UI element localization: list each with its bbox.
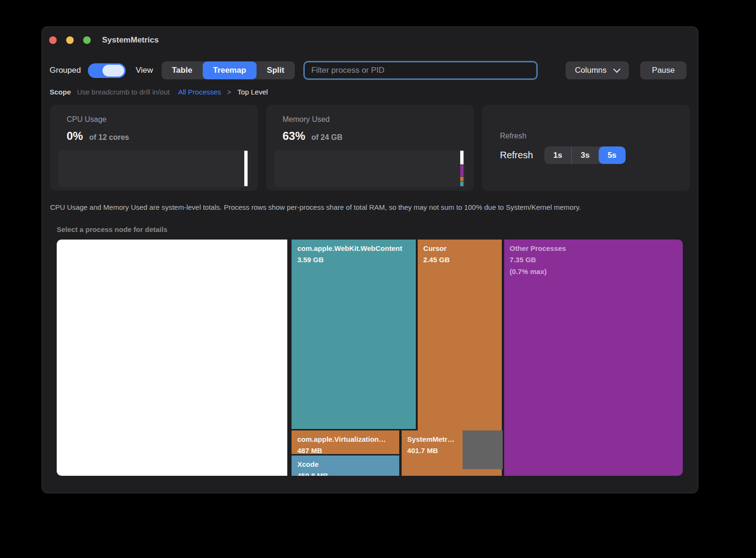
refresh-card: Refresh Refresh 1s3s5s	[482, 105, 690, 191]
view-tab-split[interactable]: Split	[257, 61, 295, 79]
tile-process-name: SystemMetr…	[407, 435, 455, 443]
tile-process-name: Cursor	[423, 244, 496, 252]
tile-process-name: com.apple.WebKit.WebContent	[297, 244, 410, 252]
treemap-tile-com-apple-virtualization[interactable]: com.apple.Virtualization…487 MB	[292, 430, 399, 454]
tile-memory-value: 3.59 GB	[297, 256, 410, 264]
grouped-toggle[interactable]	[88, 63, 126, 78]
breadcrumb-separator: >	[227, 88, 232, 96]
app-window: SystemMetrics Grouped View TableTreemapS…	[42, 26, 698, 493]
memory-history-chart	[275, 150, 465, 187]
treemap-tile-com-apple-webkit-webcontent[interactable]: com.apple.WebKit.WebContent3.59 GB	[292, 240, 416, 429]
refresh-label: Refresh	[500, 150, 533, 161]
window-title: SystemMetrics	[102, 35, 159, 45]
treemap-tile-unlabeled[interactable]	[463, 430, 503, 470]
cpu-usage-card: CPU Usage 0% of 12 cores	[50, 105, 258, 191]
refresh-card-title: Refresh	[500, 132, 681, 140]
zoom-button[interactable]	[83, 36, 91, 44]
view-tab-treemap[interactable]: Treemap	[203, 61, 257, 79]
columns-button[interactable]: Columns	[566, 61, 629, 79]
tile-memory-value: 7.35 GB	[510, 256, 677, 264]
cpu-suffix: of 12 cores	[89, 133, 129, 142]
chevron-down-icon	[613, 66, 621, 73]
pause-label: Pause	[652, 66, 675, 75]
scope-hint: Use breadcrumb to drill in/out	[77, 88, 170, 96]
view-segmented: TableTreemapSplit	[162, 61, 295, 79]
cpu-value: 0%	[67, 129, 83, 143]
toggle-knob	[103, 65, 124, 77]
tile-memory-value: 401.7 MB	[407, 446, 455, 455]
treemap-hint: Select a process node for details	[57, 225, 698, 233]
memory-usage-bar	[460, 151, 464, 186]
view-label: View	[136, 66, 153, 75]
memory-bar-segment	[460, 151, 464, 164]
cpu-card-title: CPU Usage	[67, 115, 249, 124]
stat-cards: CPU Usage 0% of 12 cores Memory Used 63%…	[50, 105, 690, 191]
titlebar: SystemMetrics	[42, 27, 698, 53]
memory-bar-segment	[460, 177, 464, 181]
treemap: com.apple.WebKit.WebContent3.59 GBCursor…	[57, 240, 684, 477]
treemap-tile-unlabeled[interactable]	[57, 240, 287, 476]
grouped-label: Grouped	[50, 66, 81, 75]
pause-button[interactable]: Pause	[640, 61, 687, 79]
refresh-segmented: 1s3s5s	[544, 146, 626, 164]
tile-extra-info: (0.7% max)	[510, 267, 677, 275]
filter-input[interactable]	[303, 61, 538, 80]
close-button[interactable]	[49, 36, 57, 44]
tile-process-name: Xcode	[297, 460, 394, 468]
breadcrumb-top-level: Top Level	[238, 88, 268, 96]
memory-suffix: of 24 GB	[311, 133, 343, 142]
tile-memory-value: 459.8 MB	[297, 472, 394, 476]
memory-bar-segment	[460, 165, 464, 176]
treemap-tile-xcode[interactable]: Xcode459.8 MB	[292, 455, 399, 476]
tile-memory-value: 2.45 GB	[423, 256, 496, 264]
tile-memory-value: 487 MB	[297, 446, 394, 454]
breadcrumb-all-processes[interactable]: All Processes	[178, 88, 221, 96]
minimize-button[interactable]	[66, 36, 74, 44]
memory-bar-segment	[460, 181, 464, 186]
toolbar: Grouped View TableTreemapSplit Columns P…	[50, 60, 687, 80]
scope-label: Scope	[50, 88, 71, 96]
cpu-current-sample-bar	[244, 151, 248, 186]
treemap-tile-systemmetr[interactable]: SystemMetr…401.7 MB	[402, 430, 460, 476]
memory-used-card: Memory Used 63% of 24 GB	[266, 105, 474, 191]
refresh-option-3s[interactable]: 3s	[571, 146, 599, 164]
memory-value: 63%	[283, 129, 305, 143]
columns-label: Columns	[575, 66, 607, 75]
traffic-lights	[49, 36, 91, 44]
refresh-option-1s[interactable]: 1s	[544, 146, 571, 164]
refresh-option-5s[interactable]: 5s	[599, 146, 626, 164]
tile-process-name: Other Processes	[510, 244, 677, 252]
memory-card-title: Memory Used	[283, 115, 465, 124]
treemap-tile-other-processes[interactable]: Other Processes7.35 GB(0.7% max)	[504, 240, 683, 476]
cpu-history-chart	[59, 150, 249, 187]
totals-footnote: CPU Usage and Memory Used are system-lev…	[50, 203, 690, 211]
view-tab-table[interactable]: Table	[162, 61, 203, 79]
tile-process-name: com.apple.Virtualization…	[297, 435, 394, 443]
scope-row: Scope Use breadcrumb to drill in/out All…	[50, 88, 690, 96]
